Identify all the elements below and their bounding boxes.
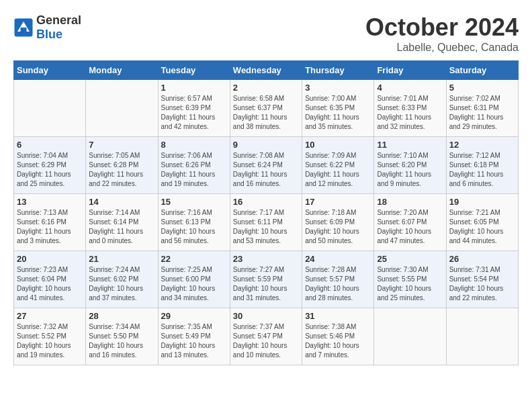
calendar-week-row: 13Sunrise: 7:13 AMSunset: 6:16 PMDayligh… [14, 194, 519, 251]
day-info: Sunrise: 7:21 AMSunset: 6:05 PMDaylight:… [449, 208, 515, 246]
weekday-header-sunday: Sunday [14, 61, 86, 80]
day-info: Sunrise: 7:28 AMSunset: 5:57 PMDaylight:… [305, 265, 371, 303]
day-number: 26 [449, 254, 515, 264]
day-number: 29 [161, 311, 227, 321]
day-number: 28 [89, 311, 154, 321]
calendar-cell: 2Sunrise: 6:58 AMSunset: 6:37 PMDaylight… [230, 80, 302, 137]
logo-text: General Blue [36, 13, 81, 42]
day-info: Sunrise: 7:16 AMSunset: 6:13 PMDaylight:… [161, 208, 227, 246]
day-number: 7 [89, 140, 154, 150]
day-number: 25 [377, 254, 443, 264]
day-number: 9 [233, 140, 299, 150]
day-info: Sunrise: 7:31 AMSunset: 5:54 PMDaylight:… [449, 265, 515, 303]
location-subtitle: Labelle, Quebec, Canada [365, 42, 519, 54]
title-block: October 2024 Labelle, Quebec, Canada [365, 13, 519, 54]
calendar-cell: 5Sunrise: 7:02 AMSunset: 6:31 PMDaylight… [446, 80, 518, 137]
day-number: 22 [161, 254, 227, 264]
day-info: Sunrise: 7:38 AMSunset: 5:46 PMDaylight:… [305, 322, 371, 360]
day-info: Sunrise: 6:57 AMSunset: 6:39 PMDaylight:… [161, 94, 227, 132]
day-info: Sunrise: 7:06 AMSunset: 6:26 PMDaylight:… [161, 151, 227, 189]
day-number: 3 [305, 83, 371, 93]
day-info: Sunrise: 7:27 AMSunset: 5:59 PMDaylight:… [233, 265, 299, 303]
day-info: Sunrise: 7:04 AMSunset: 6:29 PMDaylight:… [17, 151, 83, 189]
calendar-cell: 10Sunrise: 7:09 AMSunset: 6:22 PMDayligh… [302, 137, 374, 194]
calendar-cell: 20Sunrise: 7:23 AMSunset: 6:04 PMDayligh… [14, 251, 86, 308]
calendar-cell: 13Sunrise: 7:13 AMSunset: 6:16 PMDayligh… [14, 194, 86, 251]
weekday-header-monday: Monday [86, 61, 158, 80]
day-number: 31 [305, 311, 371, 321]
calendar-table: SundayMondayTuesdayWednesdayThursdayFrid… [13, 60, 519, 365]
day-number: 12 [449, 140, 515, 150]
calendar-cell: 7Sunrise: 7:05 AMSunset: 6:28 PMDaylight… [86, 137, 158, 194]
logo: General Blue [13, 13, 81, 42]
calendar-cell: 27Sunrise: 7:32 AMSunset: 5:52 PMDayligh… [14, 308, 86, 365]
calendar-cell: 25Sunrise: 7:30 AMSunset: 5:55 PMDayligh… [374, 251, 446, 308]
day-number: 11 [377, 140, 443, 150]
calendar-cell: 30Sunrise: 7:37 AMSunset: 5:47 PMDayligh… [230, 308, 302, 365]
day-number: 2 [233, 83, 299, 93]
day-number: 8 [161, 140, 227, 150]
day-info: Sunrise: 7:24 AMSunset: 6:02 PMDaylight:… [89, 265, 154, 303]
day-info: Sunrise: 7:34 AMSunset: 5:50 PMDaylight:… [89, 322, 154, 360]
calendar-cell: 26Sunrise: 7:31 AMSunset: 5:54 PMDayligh… [446, 251, 518, 308]
day-number: 19 [449, 197, 515, 207]
day-number: 30 [233, 311, 299, 321]
weekday-header-thursday: Thursday [302, 61, 374, 80]
day-number: 10 [305, 140, 371, 150]
day-info: Sunrise: 7:12 AMSunset: 6:18 PMDaylight:… [449, 151, 515, 189]
calendar-cell: 12Sunrise: 7:12 AMSunset: 6:18 PMDayligh… [446, 137, 518, 194]
page-header: General Blue October 2024 Labelle, Quebe… [13, 13, 519, 54]
day-number: 13 [17, 197, 83, 207]
svg-rect-2 [21, 28, 27, 32]
day-info: Sunrise: 7:17 AMSunset: 6:11 PMDaylight:… [233, 208, 299, 246]
day-info: Sunrise: 7:23 AMSunset: 6:04 PMDaylight:… [17, 265, 83, 303]
day-info: Sunrise: 7:05 AMSunset: 6:28 PMDaylight:… [89, 151, 154, 189]
day-number: 16 [233, 197, 299, 207]
day-info: Sunrise: 7:25 AMSunset: 6:00 PMDaylight:… [161, 265, 227, 303]
day-info: Sunrise: 7:01 AMSunset: 6:33 PMDaylight:… [377, 94, 443, 132]
day-info: Sunrise: 6:58 AMSunset: 6:37 PMDaylight:… [233, 94, 299, 132]
calendar-cell: 18Sunrise: 7:20 AMSunset: 6:07 PMDayligh… [374, 194, 446, 251]
logo-icon [13, 17, 34, 38]
calendar-cell: 23Sunrise: 7:27 AMSunset: 5:59 PMDayligh… [230, 251, 302, 308]
calendar-cell: 14Sunrise: 7:14 AMSunset: 6:14 PMDayligh… [86, 194, 158, 251]
day-number: 4 [377, 83, 443, 93]
day-info: Sunrise: 7:35 AMSunset: 5:49 PMDaylight:… [161, 322, 227, 360]
weekday-header-saturday: Saturday [446, 61, 518, 80]
calendar-cell [86, 80, 158, 137]
day-info: Sunrise: 7:13 AMSunset: 6:16 PMDaylight:… [17, 208, 83, 246]
calendar-week-row: 27Sunrise: 7:32 AMSunset: 5:52 PMDayligh… [14, 308, 519, 365]
calendar-cell: 9Sunrise: 7:08 AMSunset: 6:24 PMDaylight… [230, 137, 302, 194]
calendar-cell [374, 308, 446, 365]
day-info: Sunrise: 7:32 AMSunset: 5:52 PMDaylight:… [17, 322, 83, 360]
day-number: 18 [377, 197, 443, 207]
calendar-cell: 8Sunrise: 7:06 AMSunset: 6:26 PMDaylight… [158, 137, 230, 194]
day-number: 20 [17, 254, 83, 264]
calendar-week-row: 20Sunrise: 7:23 AMSunset: 6:04 PMDayligh… [14, 251, 519, 308]
day-number: 1 [161, 83, 227, 93]
weekday-header-friday: Friday [374, 61, 446, 80]
day-number: 6 [17, 140, 83, 150]
day-number: 5 [449, 83, 515, 93]
calendar-cell: 19Sunrise: 7:21 AMSunset: 6:05 PMDayligh… [446, 194, 518, 251]
day-info: Sunrise: 7:37 AMSunset: 5:47 PMDaylight:… [233, 322, 299, 360]
day-number: 24 [305, 254, 371, 264]
day-info: Sunrise: 7:10 AMSunset: 6:20 PMDaylight:… [377, 151, 443, 189]
day-info: Sunrise: 7:14 AMSunset: 6:14 PMDaylight:… [89, 208, 154, 246]
day-number: 21 [89, 254, 154, 264]
calendar-cell: 17Sunrise: 7:18 AMSunset: 6:09 PMDayligh… [302, 194, 374, 251]
calendar-cell: 16Sunrise: 7:17 AMSunset: 6:11 PMDayligh… [230, 194, 302, 251]
calendar-cell: 29Sunrise: 7:35 AMSunset: 5:49 PMDayligh… [158, 308, 230, 365]
day-info: Sunrise: 7:18 AMSunset: 6:09 PMDaylight:… [305, 208, 371, 246]
calendar-week-row: 1Sunrise: 6:57 AMSunset: 6:39 PMDaylight… [14, 80, 519, 137]
calendar-cell: 3Sunrise: 7:00 AMSunset: 6:35 PMDaylight… [302, 80, 374, 137]
calendar-cell: 31Sunrise: 7:38 AMSunset: 5:46 PMDayligh… [302, 308, 374, 365]
weekday-header-tuesday: Tuesday [158, 61, 230, 80]
day-info: Sunrise: 7:08 AMSunset: 6:24 PMDaylight:… [233, 151, 299, 189]
day-number: 17 [305, 197, 371, 207]
calendar-cell: 24Sunrise: 7:28 AMSunset: 5:57 PMDayligh… [302, 251, 374, 308]
weekday-header-wednesday: Wednesday [230, 61, 302, 80]
day-info: Sunrise: 7:30 AMSunset: 5:55 PMDaylight:… [377, 265, 443, 303]
weekday-header-row: SundayMondayTuesdayWednesdayThursdayFrid… [14, 61, 519, 80]
day-info: Sunrise: 7:02 AMSunset: 6:31 PMDaylight:… [449, 94, 515, 132]
